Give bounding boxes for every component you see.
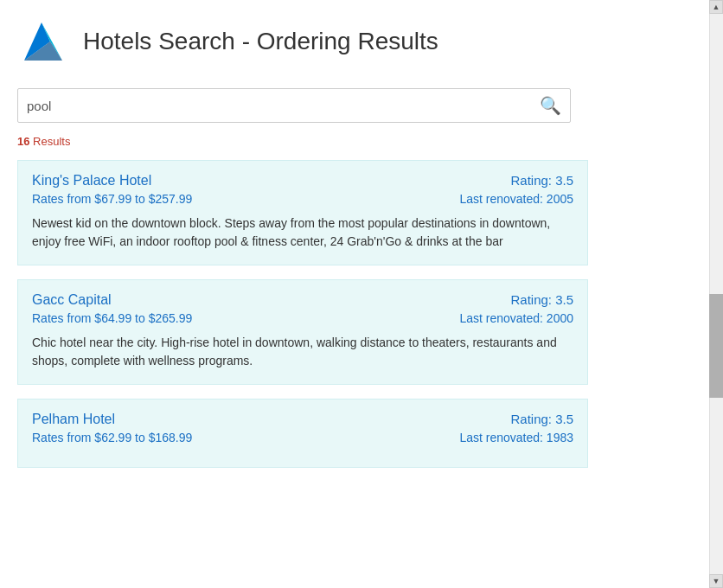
hotel-renovated-2: Last renovated: 2000 — [452, 311, 573, 325]
hotel-rates-1: Rates from $67.99 to $257.99 — [32, 192, 192, 206]
hotel-card: King's Palace Hotel Rating: 3.5 Rates fr… — [17, 160, 588, 265]
hotel-name-1[interactable]: King's Palace Hotel — [32, 173, 151, 189]
hotel-renovated-3: Last renovated: 1983 — [452, 431, 573, 444]
search-input[interactable] — [27, 99, 540, 113]
hotel-name-3[interactable]: Pelham Hotel — [32, 412, 115, 427]
hotel-card-header-2: Gacc Capital Rating: 3.5 — [32, 292, 573, 308]
search-bar-container: 🔍 — [0, 80, 723, 128]
search-icon[interactable]: 🔍 — [540, 95, 561, 116]
hotel-rating-3: Rating: 3.5 — [452, 412, 573, 426]
results-count: 16 Results — [0, 128, 723, 151]
hotel-rates-3: Rates from $62.99 to $168.99 — [32, 431, 192, 444]
hotel-name-2[interactable]: Gacc Capital — [32, 292, 112, 308]
hotel-card-header-3: Pelham Hotel Rating: 3.5 — [32, 412, 573, 427]
hotel-subrow-1: Rates from $67.99 to $257.99 Last renova… — [32, 192, 573, 206]
app-logo — [17, 16, 69, 67]
search-bar: 🔍 — [17, 88, 571, 123]
results-text: Results — [33, 135, 70, 148]
hotel-card-header-1: King's Palace Hotel Rating: 3.5 — [32, 173, 573, 189]
hotel-desc-2: Chic hotel near the city. High-rise hote… — [32, 334, 573, 370]
hotel-renovated-1: Last renovated: 2005 — [452, 192, 573, 206]
scrollbar-thumb[interactable] — [709, 294, 723, 398]
page-title: Hotels Search - Ordering Results — [83, 28, 438, 55]
app-container: Hotels Search - Ordering Results 🔍 16 Re… — [0, 0, 723, 588]
hotel-card-2: Gacc Capital Rating: 3.5 Rates from $64.… — [17, 279, 588, 385]
results-count-number: 16 — [17, 135, 29, 148]
hotel-card-3: Pelham Hotel Rating: 3.5 Rates from $62.… — [17, 399, 588, 468]
hotel-subrow-3: Rates from $62.99 to $168.99 Last renova… — [32, 431, 573, 444]
hotel-rating-2: Rating: 3.5 — [452, 292, 573, 307]
hotel-rating-1: Rating: 3.5 — [452, 173, 573, 188]
scrollbar-track: ▲ ▼ — [709, 0, 723, 588]
hotel-subrow-2: Rates from $64.99 to $265.99 Last renova… — [32, 311, 573, 325]
hotel-desc-1: Newest kid on the downtown block. Steps … — [32, 214, 573, 251]
hotel-rates-2: Rates from $64.99 to $265.99 — [32, 311, 192, 325]
scrollbar-arrow-down[interactable]: ▼ — [709, 574, 723, 588]
header: Hotels Search - Ordering Results — [0, 0, 723, 80]
scrollbar-arrow-up[interactable]: ▲ — [709, 0, 723, 14]
results-list: King's Palace Hotel Rating: 3.5 Rates fr… — [0, 151, 723, 490]
